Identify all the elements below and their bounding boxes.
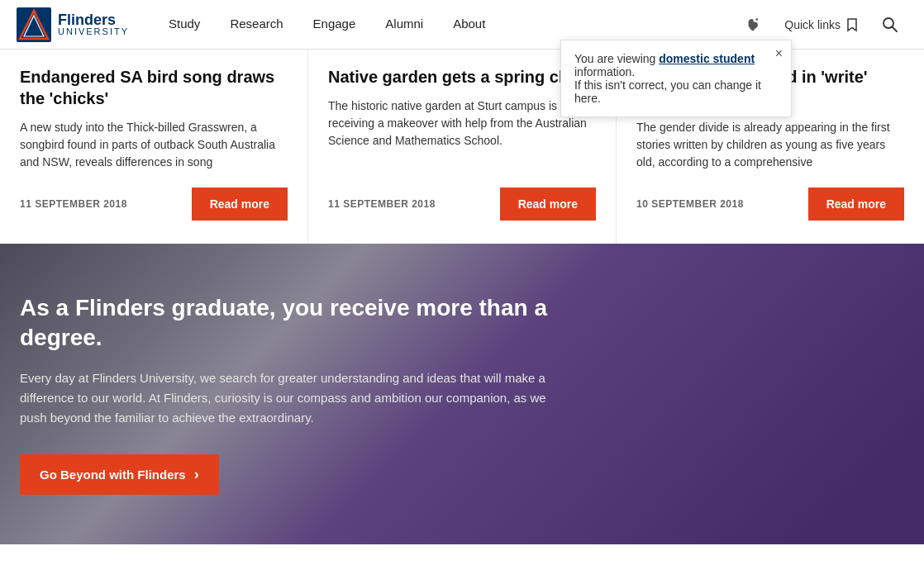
australia-map-icon — [745, 16, 763, 34]
nav-item-alumni[interactable]: Alumni — [370, 0, 438, 50]
news-card-1-footer: 11 SEPTEMBER 2018 Read more — [20, 188, 288, 221]
logo-flinders: Flinders — [58, 12, 129, 27]
search-icon — [881, 16, 899, 34]
navbar: Flinders UNIVERSITY Study Research Engag… — [0, 0, 924, 50]
news-card-2-date: 11 SEPTEMBER 2018 — [328, 198, 436, 210]
news-card-1: Endangered SA bird song draws the 'chick… — [0, 50, 308, 244]
logo-text: Flinders UNIVERSITY — [58, 12, 129, 36]
news-card-2-body: The historic native garden at Sturt camp… — [328, 97, 596, 171]
bookmark-icon — [845, 17, 860, 32]
news-card-1-body: A new study into the Thick-billed Grassw… — [20, 119, 288, 171]
location-icon-btn[interactable] — [736, 11, 771, 39]
student-type-tooltip: × You are viewing domestic student infor… — [560, 40, 792, 117]
hero-title: As a Flinders graduate, you receive more… — [20, 293, 557, 354]
nav-item-about[interactable]: About — [438, 0, 500, 50]
news-card-3-body: The gender divide is already appearing i… — [636, 119, 904, 171]
hero-content: As a Flinders graduate, you receive more… — [20, 293, 557, 495]
news-card-1-date: 11 SEPTEMBER 2018 — [20, 198, 127, 210]
nav-item-study[interactable]: Study — [154, 0, 215, 50]
news-card-3-read-more[interactable]: Read more — [808, 188, 904, 221]
news-card-2-title: Native garden gets a spring clean — [328, 66, 596, 88]
quick-links-button[interactable]: Quick links — [774, 12, 869, 37]
hero-cta-button[interactable]: Go Beyond with Flinders › — [20, 454, 219, 495]
hero-body: Every day at Flinders University, we sea… — [20, 368, 557, 428]
news-card-2-footer: 11 SEPTEMBER 2018 Read more — [328, 188, 596, 221]
logo-icon — [17, 7, 51, 42]
main-nav: Study Research Engage Alumni About — [154, 0, 500, 50]
nav-item-research[interactable]: Research — [215, 0, 298, 50]
nav-item-engage[interactable]: Engage — [298, 0, 371, 50]
hero-section: As a Flinders graduate, you receive more… — [0, 244, 924, 544]
news-card-1-title: Endangered SA bird song draws the 'chick… — [20, 66, 288, 109]
hero-cta-label: Go Beyond with Flinders — [40, 468, 186, 482]
logo-university: UNIVERSITY — [58, 27, 129, 36]
tooltip-second-line: If this isn't correct, you can change it… — [574, 78, 761, 105]
news-card-3-date: 10 SEPTEMBER 2018 — [636, 198, 744, 210]
tooltip-text-after: information. — [574, 65, 635, 78]
search-button[interactable] — [873, 11, 907, 39]
quick-links-label: Quick links — [784, 18, 841, 31]
tooltip-close-button[interactable]: × — [775, 47, 783, 60]
news-card-3-footer: 10 SEPTEMBER 2018 Read more — [636, 188, 904, 221]
svg-line-6 — [893, 26, 898, 31]
news-card-1-read-more[interactable]: Read more — [192, 188, 288, 221]
hero-cta-arrow-icon: › — [194, 466, 199, 483]
svg-point-4 — [756, 18, 759, 21]
svg-point-3 — [32, 10, 36, 14]
logo-link[interactable]: Flinders UNIVERSITY — [17, 7, 129, 42]
news-card-2-read-more[interactable]: Read more — [500, 188, 596, 221]
tooltip-domestic-link[interactable]: domestic student — [659, 52, 755, 65]
tooltip-text-before: You are viewing — [574, 52, 659, 65]
navbar-right: Quick links — [736, 11, 907, 39]
